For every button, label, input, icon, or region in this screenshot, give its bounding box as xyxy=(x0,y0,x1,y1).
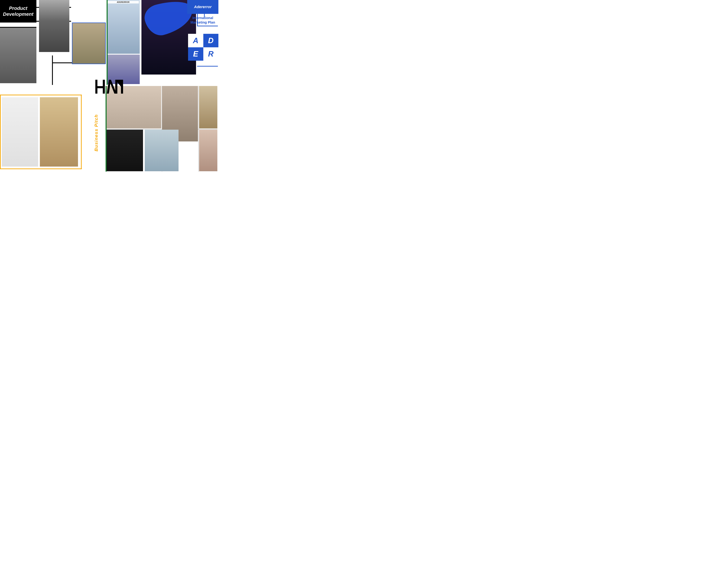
ader-brand-box: Adererror xyxy=(187,0,218,14)
photo-bracelet xyxy=(145,130,178,171)
black-line-v2 xyxy=(52,56,53,85)
svg-rect-8 xyxy=(121,80,123,93)
ader-letter-a: A xyxy=(188,34,203,47)
photo-ader-model: ADERERROR xyxy=(107,0,140,54)
adererror-logo: ADERERROR xyxy=(107,1,139,3)
top-left-section: ProductDevelopment xyxy=(0,0,106,85)
international-marketing-title: InternationalMarketing Plan xyxy=(187,16,218,24)
photo-green-sweater xyxy=(2,97,38,166)
orange-border-top xyxy=(0,95,82,95)
bottom-half: Business Pitch BrandMarketing xyxy=(0,86,218,171)
orange-inner-v xyxy=(81,95,82,169)
svg-rect-2 xyxy=(103,80,105,93)
blue-line-h1 xyxy=(197,26,218,26)
orange-border-left xyxy=(0,95,1,169)
ader-letter-d: D xyxy=(203,34,219,47)
ader-brand-label: Adererror xyxy=(194,5,211,9)
bottom-right-section: BrandMarketing xyxy=(106,86,217,171)
ham-logo-svg xyxy=(95,79,123,94)
product-dev-box: ProductDevelopment xyxy=(0,0,37,22)
photo-watch-wrist xyxy=(199,86,217,129)
blue-line-h2 xyxy=(197,66,218,67)
photo-mustard-coat xyxy=(40,97,78,166)
top-vertical-divider xyxy=(106,0,107,85)
ham-logo-center xyxy=(95,79,123,94)
ader-letters-box: A D E R xyxy=(188,34,218,61)
photo-hand-rings2 xyxy=(106,130,143,171)
business-pitch-label: Business Pitch xyxy=(94,114,99,151)
orange-border-bottom xyxy=(0,168,82,169)
top-right-section: ADERERROR Adererror InternationalMarketi… xyxy=(107,0,218,85)
ader-letter-e: E xyxy=(188,47,203,61)
bottom-left-section: Business Pitch xyxy=(0,86,106,171)
photo-street-group xyxy=(0,28,37,83)
svg-marker-4 xyxy=(107,80,111,93)
photo-london-street xyxy=(39,0,69,52)
top-half: ProductDevelopment ADERERROR xyxy=(0,0,218,85)
photo-blur-alley xyxy=(72,22,106,64)
business-pitch-container: Business Pitch xyxy=(87,109,106,157)
gray-line-v2 xyxy=(199,86,199,171)
ader-letter-r: R xyxy=(203,47,219,61)
photo-earring-woman xyxy=(199,130,217,171)
product-dev-title: ProductDevelopment xyxy=(3,5,33,17)
